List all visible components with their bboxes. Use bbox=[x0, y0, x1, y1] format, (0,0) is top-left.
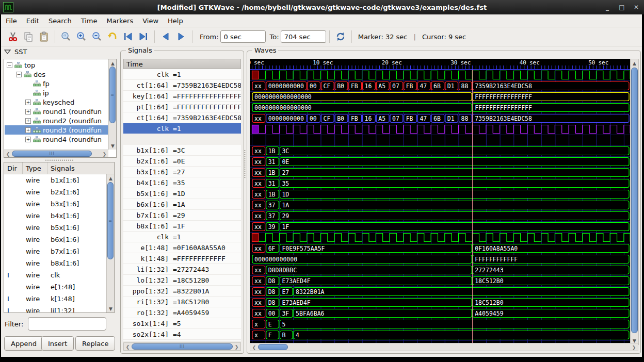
tree-node-round3[interactable]: +round3 (roundfun bbox=[5, 125, 108, 135]
signal-row-clk[interactable]: clk =1 bbox=[123, 232, 241, 242]
expand-icon[interactable]: + bbox=[25, 127, 31, 133]
signal-row-so2x[1:4][interactable]: so2x[1:4] =4 bbox=[123, 329, 241, 340]
signal-row-ppo[1:32][interactable]: ppo[1:32] =8322B01A bbox=[123, 286, 241, 297]
signal-row-ct[1:64][interactable]: ct[1:64] =7359B2163E4EDC58 bbox=[123, 80, 241, 91]
facility-row-b2x[1:6][interactable]: wireb2x[1:6] bbox=[4, 186, 106, 198]
facility-row-b3x[1:6][interactable]: wireb3x[1:6] bbox=[4, 198, 106, 210]
sst-tree-hscrollbar[interactable]: ❮ III ❯ bbox=[4, 150, 108, 157]
tree-node-ip[interactable]: ip bbox=[5, 88, 108, 97]
tree-node-round2[interactable]: +round2 (roundfun bbox=[5, 116, 108, 125]
close-button[interactable]: ✕ bbox=[633, 4, 640, 11]
append-button[interactable]: Append bbox=[4, 336, 43, 351]
menu-file[interactable]: File bbox=[1, 15, 22, 26]
signal-row-clk[interactable]: clk =1 bbox=[123, 69, 241, 80]
expand-icon[interactable]: + bbox=[25, 118, 31, 124]
from-time-input[interactable] bbox=[220, 30, 266, 43]
zoom-undo-button[interactable] bbox=[105, 29, 120, 44]
signal-row-b5x[1:6][interactable]: b5x[1:6] =1D bbox=[123, 188, 241, 199]
signal-row-li[1:32][interactable]: li[1:32] =27272443 bbox=[123, 264, 241, 275]
tree-node-round4[interactable]: +round4 (roundfun bbox=[5, 135, 108, 144]
expand-icon[interactable]: + bbox=[25, 109, 31, 114]
zoom-in-button[interactable] bbox=[74, 29, 89, 44]
signal-row-k[1:48][interactable]: k[1:48] =FFFFFFFFFFFF bbox=[123, 253, 241, 264]
signal-row-ri[1:32][interactable]: ri[1:32] =18C512B0 bbox=[123, 297, 241, 307]
facility-row-b6x[1:6][interactable]: wireb6x[1:6] bbox=[4, 234, 106, 245]
expand-icon[interactable]: + bbox=[25, 137, 31, 142]
scroll-right-icon[interactable]: ❯ bbox=[101, 150, 108, 158]
facility-row-b1x[1:6][interactable]: wireb1x[1:6] bbox=[4, 174, 106, 186]
replace-button[interactable]: Replace bbox=[75, 336, 115, 351]
collapse-icon[interactable]: − bbox=[16, 72, 22, 77]
shift-left-button[interactable] bbox=[158, 29, 173, 44]
zoom-fit-button[interactable] bbox=[59, 29, 73, 44]
expand-icon[interactable]: + bbox=[25, 100, 31, 105]
insert-button[interactable]: Insert bbox=[41, 336, 74, 351]
signal-row-e[1:48][interactable]: e[1:48] =0F160A8A55A0 bbox=[123, 242, 241, 253]
tree-node-des[interactable]: −des bbox=[5, 70, 108, 79]
menu-search[interactable]: Search bbox=[44, 15, 76, 26]
cut-button[interactable] bbox=[6, 29, 20, 44]
tree-node-fp[interactable]: fp bbox=[5, 79, 108, 88]
signal-row-ro[1:32][interactable]: ro[1:32] =A4059459 bbox=[123, 307, 241, 318]
signal-row-pt[1:64][interactable]: pt[1:64] =FFFFFFFFFFFFFFFF bbox=[123, 102, 241, 112]
facility-row-k[1:48][interactable]: Iwirek[1:48] bbox=[4, 293, 106, 305]
signal-row-key[1:64][interactable]: key[1:64] =FFFFFFFFFFFFFFFF bbox=[123, 91, 241, 102]
waves-vscrollbar[interactable]: ▲ ▼ bbox=[630, 59, 639, 345]
paste-button[interactable] bbox=[37, 29, 51, 44]
scroll-up-icon[interactable]: ▲ bbox=[631, 59, 638, 67]
column-signals[interactable]: Signals bbox=[47, 162, 114, 174]
signal-row-b2x[1:6][interactable]: b2x[1:6] =0E bbox=[123, 156, 241, 167]
facility-row-b8x[1:6][interactable]: wireb8x[1:6] bbox=[4, 257, 106, 269]
copy-button[interactable] bbox=[21, 29, 36, 44]
signal-row-blank[interactable] bbox=[123, 134, 241, 145]
facility-row-b7x[1:6][interactable]: wireb7x[1:6] bbox=[4, 245, 106, 257]
facility-row-clk[interactable]: Iwireclk bbox=[4, 269, 106, 281]
pane-resize-grip-horizontal[interactable] bbox=[45, 158, 74, 161]
scroll-up-icon[interactable]: ▲ bbox=[107, 174, 115, 182]
column-dir[interactable]: Dir bbox=[4, 162, 23, 174]
goto-start-button[interactable] bbox=[121, 29, 135, 44]
signal-row-so1x[1:4][interactable]: so1x[1:4] =5 bbox=[123, 318, 241, 329]
sst-expander[interactable]: SST bbox=[4, 48, 27, 56]
pane-resize-grip-vertical[interactable] bbox=[244, 150, 246, 178]
signal-row-lo[1:32][interactable]: lo[1:32] =18C512B0 bbox=[123, 275, 241, 286]
menu-view[interactable]: View bbox=[138, 15, 163, 26]
scroll-left-icon[interactable]: ❮ bbox=[250, 343, 258, 351]
scroll-up-icon[interactable]: ▲ bbox=[109, 59, 117, 67]
menu-time[interactable]: Time bbox=[76, 15, 102, 26]
waves-hscrollbar[interactable]: ❮ ❯ bbox=[250, 343, 638, 351]
menu-help[interactable]: Help bbox=[163, 15, 188, 26]
minimize-button[interactable]: _ bbox=[604, 4, 611, 11]
to-time-input[interactable] bbox=[281, 30, 326, 43]
signal-row-b7x[1:6][interactable]: b7x[1:6] =29 bbox=[123, 210, 241, 221]
facility-row-e[1:48][interactable]: wiree[1:48] bbox=[4, 281, 106, 293]
menu-edit[interactable]: Edit bbox=[22, 15, 44, 26]
signal-row-b1x[1:6][interactable]: b1x[1:6] =3C bbox=[123, 145, 241, 156]
time-header[interactable]: Time bbox=[123, 59, 241, 69]
scroll-down-icon[interactable]: ▼ bbox=[107, 305, 115, 312]
signal-row-ct[1:64][interactable]: ct[1:64] =7359B2163E4EDC58 bbox=[123, 112, 241, 123]
signal-row-clk[interactable]: clk =1 bbox=[123, 123, 241, 134]
signal-row-b4x[1:6][interactable]: b4x[1:6] =35 bbox=[123, 177, 241, 188]
facility-row-b5x[1:6][interactable]: wireb5x[1:6] bbox=[4, 222, 106, 234]
sst-tree-vscrollbar[interactable]: ▲ = ▼ bbox=[108, 59, 116, 150]
reload-button[interactable] bbox=[333, 29, 348, 44]
collapse-icon[interactable]: − bbox=[7, 62, 12, 68]
signal-row-b8x[1:6][interactable]: b8x[1:6] =1F bbox=[123, 221, 241, 232]
signal-table-vscrollbar[interactable]: ▲ = ▼ bbox=[106, 174, 114, 312]
signals-hscrollbar[interactable]: ❮ III ❯ bbox=[123, 342, 241, 351]
scroll-down-icon[interactable]: ▼ bbox=[109, 142, 117, 150]
zoom-out-button[interactable] bbox=[90, 29, 104, 44]
shift-right-button[interactable] bbox=[174, 29, 188, 44]
scroll-left-icon[interactable]: ❮ bbox=[124, 343, 132, 351]
scroll-right-icon[interactable]: ❯ bbox=[630, 343, 638, 351]
menu-markers[interactable]: Markers bbox=[102, 15, 138, 26]
facility-row-b4x[1:6][interactable]: wireb4x[1:6] bbox=[4, 210, 106, 222]
waveform-canvas[interactable]: 0sec10sec20sec30sec40sec50secxx000000000… bbox=[250, 59, 630, 343]
signal-row-b3x[1:6][interactable]: b3x[1:6] =27 bbox=[123, 167, 241, 177]
column-type[interactable]: Type bbox=[23, 162, 47, 174]
scroll-right-icon[interactable]: ❯ bbox=[233, 343, 240, 351]
signal-row-b6x[1:6][interactable]: b6x[1:6] =1A bbox=[123, 199, 241, 210]
title-bar[interactable]: [Modified] GTKWave - /home/bybell/gtkwav… bbox=[0, 0, 644, 14]
facility-row-li[1:32][interactable]: Iwireli[1:32] bbox=[4, 305, 106, 312]
